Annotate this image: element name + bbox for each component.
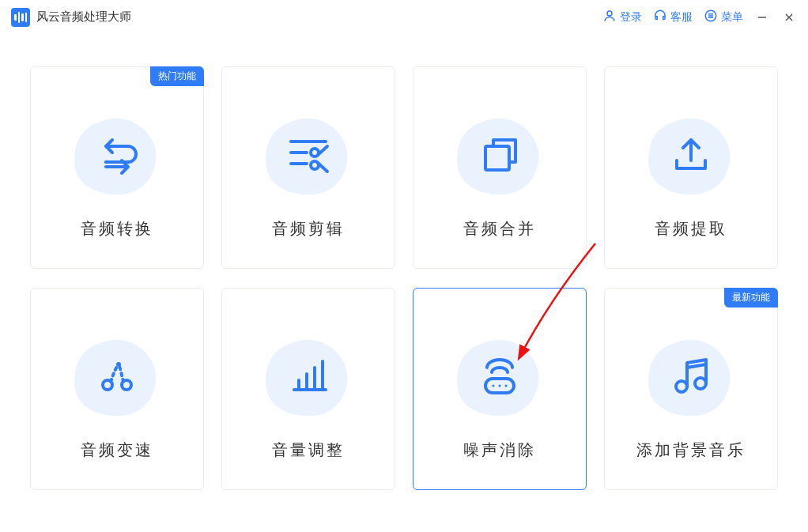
menu-label: 菜单 <box>721 10 743 25</box>
app-logo <box>11 8 30 27</box>
badge-hot: 热门功能 <box>150 66 204 86</box>
svg-point-13 <box>695 378 706 389</box>
convert-icon <box>92 129 142 183</box>
card-audio-convert[interactable]: 热门功能 音频转换 <box>30 66 204 269</box>
speed-icon <box>92 350 142 404</box>
minimize-button[interactable] <box>754 9 770 25</box>
card-noise-cancel[interactable]: 噪声消除 <box>413 288 587 490</box>
svg-point-0 <box>607 11 612 16</box>
menu-button[interactable]: 菜单 <box>704 9 743 25</box>
login-button[interactable]: 登录 <box>602 9 642 25</box>
badge-new: 最新功能 <box>724 288 778 308</box>
denoise-icon <box>474 350 525 404</box>
card-volume-adjust[interactable]: 音量调整 <box>221 288 395 490</box>
card-label: 音频提取 <box>655 218 727 240</box>
card-audio-merge[interactable]: 音频合并 <box>413 66 587 269</box>
svg-point-9 <box>493 385 495 387</box>
app-title: 风云音频处理大师 <box>36 9 131 25</box>
extract-icon <box>666 129 716 183</box>
support-label: 客服 <box>670 10 693 25</box>
card-label: 音频转换 <box>81 218 153 240</box>
bgmusic-icon <box>666 350 716 404</box>
svg-point-10 <box>499 385 501 387</box>
cut-icon <box>283 129 334 183</box>
volume-icon <box>283 350 334 404</box>
card-audio-speed[interactable]: 音频变速 <box>30 288 204 490</box>
login-label: 登录 <box>620 10 642 25</box>
card-label: 音频合并 <box>463 218 536 240</box>
svg-point-11 <box>505 385 508 387</box>
feature-grid: 热门功能 音频转换 <box>0 35 808 490</box>
card-audio-cut[interactable]: 音频剪辑 <box>221 66 395 269</box>
titlebar: 风云音频处理大师 登录 客服 菜单 <box>0 0 808 35</box>
card-audio-extract[interactable]: 音频提取 <box>604 66 778 269</box>
card-label: 噪声消除 <box>463 440 536 461</box>
titlebar-left: 风云音频处理大师 <box>11 8 131 27</box>
headset-icon <box>653 9 667 25</box>
support-button[interactable]: 客服 <box>653 9 693 25</box>
merge-icon <box>474 129 525 183</box>
svg-rect-4 <box>485 146 509 170</box>
card-bg-music[interactable]: 最新功能 添加背景音乐 <box>604 288 778 490</box>
card-label: 音频变速 <box>81 440 153 461</box>
svg-point-12 <box>676 381 687 392</box>
card-label: 音量调整 <box>272 440 345 461</box>
user-icon <box>602 9 617 25</box>
card-label: 音频剪辑 <box>272 218 345 240</box>
titlebar-right: 登录 客服 菜单 <box>602 9 797 25</box>
close-button[interactable] <box>781 9 797 25</box>
card-label: 添加背景音乐 <box>636 440 746 461</box>
menu-icon <box>704 9 718 25</box>
